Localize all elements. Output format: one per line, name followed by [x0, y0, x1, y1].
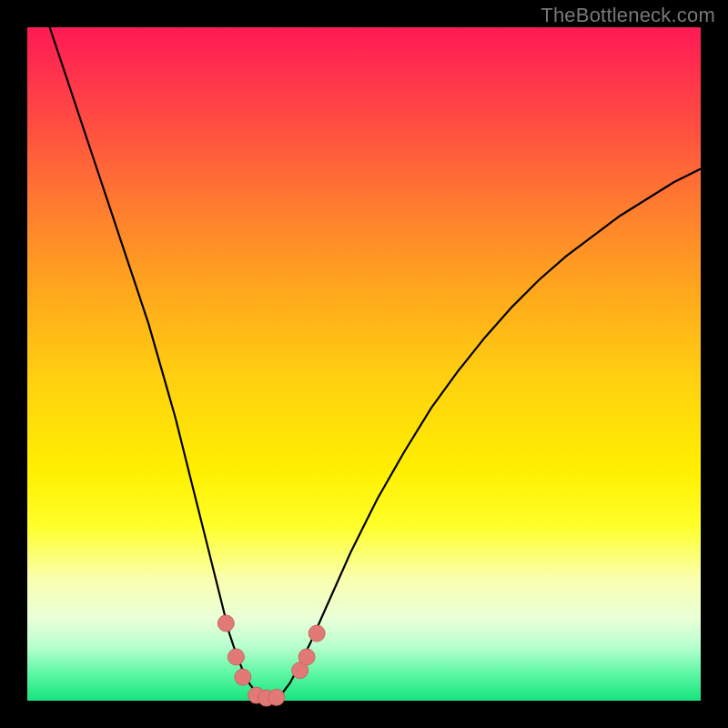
plot-area: [27, 27, 701, 701]
data-marker: [228, 649, 244, 665]
data-marker: [298, 649, 315, 665]
bottleneck-curve: [27, 0, 701, 697]
data-markers: [217, 615, 325, 706]
data-marker: [308, 625, 325, 642]
chart-svg: [27, 27, 701, 701]
data-marker: [217, 615, 234, 632]
data-marker: [235, 669, 251, 685]
chart-frame: TheBottleneck.com: [0, 0, 728, 728]
data-marker: [268, 689, 285, 705]
watermark-text: TheBottleneck.com: [541, 4, 715, 27]
